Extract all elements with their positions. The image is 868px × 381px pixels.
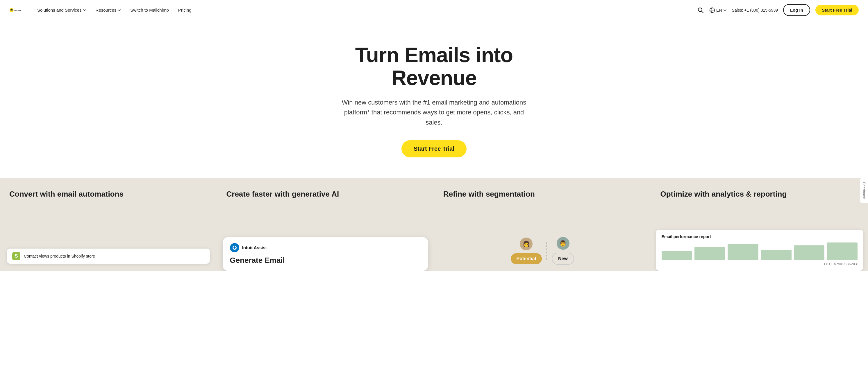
language-selector[interactable]: EN <box>709 7 726 13</box>
shopify-notification: S Contact views products in Shopify stor… <box>7 249 210 264</box>
feature-automations-title: Convert with email automations <box>9 189 208 199</box>
nav-right: EN Sales: +1 (800) 315-5939 Log In Start… <box>697 4 859 16</box>
bar-5 <box>794 245 825 260</box>
svg-point-2 <box>11 9 11 10</box>
analytics-bar-chart <box>661 242 858 260</box>
avatar-1: 👩 <box>520 238 532 250</box>
avatar-2: 👨 <box>557 237 569 250</box>
intuit-assist-gen-label: Generate Email <box>230 256 421 265</box>
bar-4 <box>761 250 792 260</box>
intuit-assist-header: Intuit Assist <box>230 243 421 252</box>
segmentation-ui: 👩 Potential 👨 New <box>434 237 651 271</box>
feature-analytics: Optimize with analytics & reporting Emai… <box>651 178 868 271</box>
new-badge: New <box>552 253 574 265</box>
start-free-trial-nav-button[interactable]: Start Free Trial <box>815 5 859 15</box>
feature-analytics-title: Optimize with analytics & reporting <box>660 189 859 199</box>
feature-analytics-ui: Email performance report Fill O Metric: … <box>651 230 868 271</box>
intuit-logo-icon <box>232 245 237 250</box>
features-section: Convert with email automations S Contact… <box>0 178 868 271</box>
bar-2 <box>694 247 725 260</box>
bar-1 <box>661 251 692 260</box>
globe-icon <box>709 7 715 13</box>
search-button[interactable] <box>697 7 704 14</box>
navbar: intuit mailchimp Solutions and Services … <box>0 0 868 20</box>
intuit-assist-card: Intuit Assist Generate Email <box>223 237 428 271</box>
intuit-assist-name: Intuit Assist <box>242 245 267 250</box>
search-icon <box>697 7 704 14</box>
chevron-down-icon <box>723 8 727 12</box>
chevron-down-icon <box>118 8 121 12</box>
feature-ai-title: Create faster with generative AI <box>226 189 425 199</box>
analytics-metric-label: Metric: Clicked ▾ <box>834 262 858 266</box>
start-free-trial-hero-button[interactable]: Start Free Trial <box>401 140 467 158</box>
intuit-assist-logo <box>230 243 239 252</box>
feature-ai-ui: Intuit Assist Generate Email <box>217 237 434 271</box>
hero-title: Turn Emails into Revenue <box>318 43 550 90</box>
nav-links: Solutions and Services Resources Switch … <box>33 5 697 15</box>
feature-segmentation-ui: 👩 Potential 👨 New <box>434 237 651 271</box>
sales-number: Sales: +1 (800) 315-5939 <box>732 8 778 12</box>
feature-ai: Create faster with generative AI Intuit … <box>217 178 434 271</box>
svg-text:intuit: intuit <box>14 8 17 9</box>
segmentation-divider <box>547 242 547 259</box>
shopify-icon: S <box>12 252 20 260</box>
analytics-fill-label: Fill O <box>824 262 832 266</box>
logo-svg: intuit mailchimp <box>9 3 23 17</box>
chevron-down-icon <box>83 8 86 12</box>
svg-point-3 <box>12 9 12 10</box>
logo-link[interactable]: intuit mailchimp <box>9 3 23 17</box>
feature-automations-ui: S Contact views products in Shopify stor… <box>0 249 217 271</box>
hero-subtitle: Win new customers with the #1 email mark… <box>335 98 533 127</box>
analytics-controls: Fill O Metric: Clicked ▾ <box>661 262 858 266</box>
svg-point-6 <box>698 8 702 12</box>
feature-segmentation: Refine with segmentation 👩 Potential 👨 N… <box>434 178 651 271</box>
analytics-report-title: Email performance report <box>661 234 858 239</box>
feature-segmentation-title: Refine with segmentation <box>443 189 642 199</box>
nav-pricing[interactable]: Pricing <box>174 5 196 15</box>
potential-badge: Potential <box>511 253 542 264</box>
hero-section: Turn Emails into Revenue Win new custome… <box>0 20 868 178</box>
feedback-tab[interactable]: Feedback <box>860 178 868 203</box>
svg-text:mailchimp: mailchimp <box>14 9 21 11</box>
seg-right: 👨 New <box>552 237 574 265</box>
feature-automations: Convert with email automations S Contact… <box>0 178 217 271</box>
bar-3 <box>727 244 758 260</box>
seg-left: 👩 Potential <box>511 238 542 264</box>
svg-line-7 <box>702 11 704 13</box>
nav-switch[interactable]: Switch to Mailchimp <box>126 5 173 15</box>
nav-resources[interactable]: Resources <box>92 5 125 15</box>
bar-6 <box>827 242 858 260</box>
login-button[interactable]: Log In <box>783 4 810 16</box>
analytics-card: Email performance report Fill O Metric: … <box>656 230 864 271</box>
shopify-notification-text: Contact views products in Shopify store <box>24 254 95 258</box>
nav-solutions[interactable]: Solutions and Services <box>33 5 90 15</box>
